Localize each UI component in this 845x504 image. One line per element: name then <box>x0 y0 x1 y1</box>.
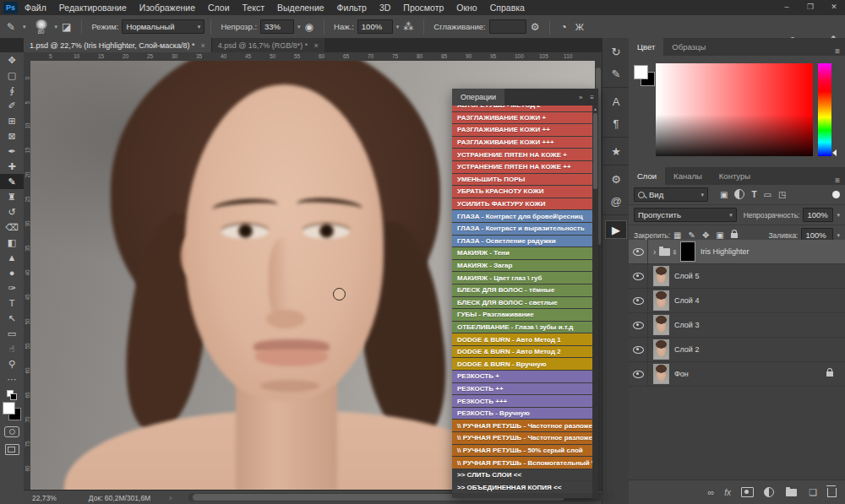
opacity-field[interactable]: 33% <box>260 19 294 34</box>
tool-crop[interactable]: ⊞ <box>0 113 24 128</box>
lock-transparency-icon[interactable]: ▦ <box>673 230 681 240</box>
action-item[interactable]: ГЛАЗА - Осветление радужки <box>452 236 592 247</box>
layer-name[interactable]: Слой 4 <box>674 296 699 305</box>
paragraph-panel-icon[interactable]: ¶ <box>602 112 630 134</box>
layer-opacity-field[interactable]: 100% <box>803 208 833 222</box>
layer-row[interactable]: Слой 2 <box>629 338 845 362</box>
action-item[interactable]: DODGE & BURN - Авто Метод 2 <box>452 346 592 358</box>
tool-preset-caret-icon[interactable]: ▾ <box>23 24 26 30</box>
tool-blur[interactable]: ▲ <box>0 250 24 265</box>
saturation-brightness-field[interactable] <box>656 63 813 156</box>
menu-layers[interactable]: Слои <box>208 3 230 13</box>
add-mask-icon[interactable] <box>741 487 754 497</box>
default-colors-icon[interactable] <box>7 390 17 398</box>
filter-smart-objects-icon[interactable]: ◳ <box>778 190 786 199</box>
panel-menu-icon[interactable]: ≡ <box>590 94 598 101</box>
foreground-color-swatch[interactable] <box>3 402 15 415</box>
document-tab-1[interactable]: 1.psd @ 22,7% (Iris Highlighter, Слой-ма… <box>24 38 211 52</box>
lock-pixels-icon[interactable]: ✎ <box>689 230 695 240</box>
tool-frame[interactable]: ⊠ <box>0 128 24 144</box>
menu-edit[interactable]: Редактирование <box>59 3 127 13</box>
brush-picker-caret-icon[interactable]: ▾ <box>55 24 58 30</box>
tab-swatches[interactable]: Образцы <box>663 38 714 56</box>
tool-gradient[interactable]: ◧ <box>0 235 24 250</box>
tool-more[interactable]: ⋯ <box>0 371 24 387</box>
status-chevron-icon[interactable]: › <box>169 494 172 502</box>
scroll-up-icon[interactable]: ▲ <box>592 106 598 111</box>
tool-zoom[interactable]: ⚲ <box>0 356 24 371</box>
action-item[interactable]: РЕЗКОСТЬ ++ <box>452 383 592 395</box>
filter-shape-layers-icon[interactable]: ▭ <box>764 190 771 199</box>
tool-marquee[interactable]: ▢ <box>0 68 24 83</box>
tool-type[interactable]: T <box>0 295 24 311</box>
filter-type-dropdown[interactable]: Вид ▾ <box>634 187 708 202</box>
hue-slider-marker[interactable] <box>832 149 837 156</box>
action-item[interactable]: ГЛАЗА - Контраст и выразительность <box>452 223 592 235</box>
airbrush-icon[interactable]: ⁂ <box>403 21 413 33</box>
link-layers-icon[interactable]: ∞ <box>708 487 715 497</box>
add-adjustment-icon[interactable] <box>764 487 774 497</box>
action-item[interactable]: ГЛАЗА - Контраст для бровей\ресниц <box>452 210 592 222</box>
tool-move[interactable]: ✥ <box>0 52 24 68</box>
panel-menu-icon[interactable]: ≡ <box>835 46 840 56</box>
layer-mask-thumbnail[interactable] <box>680 241 695 262</box>
panel-menu-icon[interactable]: ≡ <box>835 176 840 185</box>
tool-brush[interactable]: ✎ <box>0 174 24 189</box>
layer-thumbnail[interactable] <box>653 315 669 335</box>
brush-angle-icon[interactable]: ◔ <box>560 21 566 33</box>
visibility-cell[interactable] <box>629 289 648 312</box>
action-item[interactable]: \\ РУЧНАЯ РЕТУШЬ - 50% серый слой <box>452 445 592 457</box>
lock-artboard-icon[interactable]: ▣ <box>716 230 723 240</box>
opacity-caret-icon[interactable]: ▾ <box>297 24 301 30</box>
lock-position-icon[interactable]: ✥ <box>702 230 709 240</box>
menu-window[interactable]: Окно <box>456 3 477 13</box>
layer-thumbnail[interactable] <box>653 266 669 286</box>
visibility-cell[interactable] <box>629 240 648 263</box>
symmetry-butterfly-icon[interactable]: Ж <box>575 22 584 32</box>
actions-panel-tab[interactable]: Операции <box>452 89 504 106</box>
visibility-cell[interactable] <box>629 362 648 386</box>
tool-eyedropper[interactable]: ✒ <box>0 144 24 159</box>
action-item[interactable]: БЛЕСК ДЛЯ ВОЛОС - тёмные <box>452 285 592 296</box>
tool-pen[interactable]: ✑ <box>0 280 24 295</box>
layer-name[interactable]: Слой 2 <box>674 345 699 354</box>
filter-type-layers-icon[interactable]: T <box>751 190 756 199</box>
actions-panel-icon[interactable]: ▶ <box>605 220 627 239</box>
collapse-panel-icon[interactable]: » <box>579 94 586 101</box>
tool-smudge[interactable]: ● <box>0 265 24 280</box>
zoom-level-field[interactable]: 22,73% <box>32 494 57 502</box>
styles-panel-icon[interactable]: ★ <box>602 140 630 162</box>
layer-name[interactable]: Слой 3 <box>674 321 699 329</box>
menu-help[interactable]: Справка <box>490 3 525 13</box>
action-item[interactable]: \\ РУЧНАЯ РЕТУШЬ - Частотное разложен... <box>452 420 592 431</box>
quick-mask-icon[interactable] <box>4 426 19 437</box>
action-item[interactable]: УСТРАНЕНИЕ ПЯТЕН НА КОЖЕ + <box>452 149 592 160</box>
layer-styles-icon[interactable]: fx <box>724 488 731 497</box>
tool-shape[interactable]: ▭ <box>0 326 24 341</box>
filter-adjustment-layers-icon[interactable] <box>734 189 744 201</box>
tool-history-brush[interactable]: ↺ <box>0 204 24 219</box>
action-item[interactable]: УСИЛИТЬ ФАКТУРУ КОЖИ <box>452 198 592 210</box>
layer-thumbnail[interactable] <box>653 290 669 311</box>
action-item[interactable]: DODGE & BURN - Вручную <box>452 358 592 370</box>
tool-lasso[interactable]: ∮ <box>0 83 24 98</box>
action-item[interactable]: \\ РУЧНАЯ РЕТУШЬ - Вспомогательный ЧБ <box>452 457 592 469</box>
menu-select[interactable]: Выделение <box>277 3 324 13</box>
restore-button[interactable]: ❐ <box>799 0 821 14</box>
action-item[interactable]: \\ РУЧНАЯ РЕТУШЬ - Частотное разложен... <box>452 432 592 444</box>
flow-field[interactable]: 100% <box>357 19 393 34</box>
history-panel-icon[interactable]: ↻ <box>602 41 630 62</box>
action-item[interactable]: БЛЕСК ДЛЯ ВОЛОС - светлые <box>452 297 592 309</box>
minimize-button[interactable]: – <box>776 0 798 14</box>
action-item[interactable]: РАЗГЛАЖИВАНИЕ КОЖИ +++ <box>452 137 592 149</box>
tool-eraser[interactable]: ⌫ <box>0 219 24 235</box>
actions-scroll-thumb[interactable] <box>593 113 597 189</box>
action-item[interactable]: DODGE & BURN - Авто Метод 1 <box>452 333 592 345</box>
layer-thumbnail[interactable] <box>653 364 669 384</box>
layer-row[interactable]: Слой 5 <box>629 264 845 289</box>
action-item[interactable]: УСТРАНЕНИЕ ПЯТЕН НА КОЖЕ ++ <box>452 161 592 173</box>
new-group-icon[interactable] <box>786 489 797 496</box>
brush-preset-picker[interactable]: 80 <box>35 19 48 34</box>
layer-row-group[interactable]: › ∞ Iris Highlighter <box>629 240 845 264</box>
hue-slider[interactable] <box>818 63 831 156</box>
